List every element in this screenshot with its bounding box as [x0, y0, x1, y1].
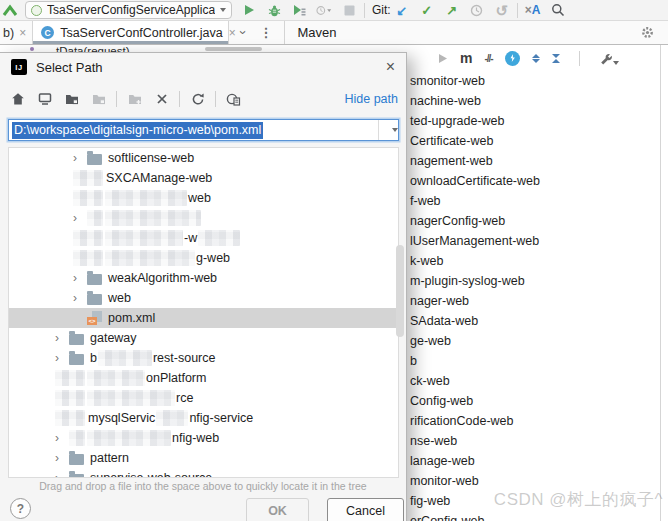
cancel-button[interactable]: Cancel: [327, 498, 404, 521]
home-icon[interactable]: [10, 92, 25, 107]
git-push-icon[interactable]: ↗: [444, 2, 460, 18]
hide-path-link[interactable]: Hide path: [344, 92, 398, 106]
tree-row[interactable]: ›: [9, 208, 398, 228]
gear-icon[interactable]: [640, 25, 655, 40]
tree-row[interactable]: ›brest-source: [9, 348, 398, 368]
tree-row[interactable]: ›nfig-web: [9, 428, 398, 448]
maven-module-item[interactable]: nagement-web: [407, 151, 660, 171]
tree-row[interactable]: g-web: [9, 248, 398, 268]
censored-icon: [69, 410, 85, 426]
maven-module-item[interactable]: b: [407, 351, 660, 371]
chevron-right-icon[interactable]: ›: [55, 330, 69, 346]
collapse-all-icon[interactable]: [552, 54, 560, 63]
chevron-right-icon[interactable]: ›: [73, 150, 87, 166]
tree-row[interactable]: ›supervise-web-source: [9, 468, 398, 478]
skip-tests-icon[interactable]: -//-: [484, 53, 492, 64]
ok-button[interactable]: OK: [246, 498, 309, 521]
translate-icon[interactable]: ×A: [525, 2, 541, 18]
maven-module-item[interactable]: Config-web: [407, 391, 660, 411]
path-input[interactable]: D:\workspace\digitalsign-micro-web\pom.x…: [8, 119, 399, 141]
maven-module-item[interactable]: ownloadCertificate-web: [407, 171, 660, 191]
tab-label: TsaServerConfController.java: [60, 26, 223, 40]
tree-row[interactable]: ›weakAlgorithm-web: [9, 268, 398, 288]
execute-maven-goal-icon[interactable]: m: [460, 51, 472, 65]
git-commit-icon[interactable]: ✓: [419, 2, 435, 18]
tree-row[interactable]: ›web: [9, 288, 398, 308]
tree-row[interactable]: -w: [9, 228, 398, 248]
close-icon[interactable]: ×: [19, 27, 26, 39]
build-caret-icon[interactable]: [2, 3, 18, 17]
rollback-icon[interactable]: ↺: [494, 2, 510, 18]
maven-module-item[interactable]: nachine-web: [407, 91, 660, 111]
maven-module-item[interactable]: lanage-web: [407, 451, 660, 471]
maven-toolbar: m -//-: [407, 45, 660, 71]
offline-mode-icon[interactable]: [505, 51, 520, 66]
censored-icon: [69, 430, 85, 446]
maven-module-item[interactable]: ck-web: [407, 371, 660, 391]
censored-icon: [69, 370, 85, 386]
maven-module-item[interactable]: SAdata-web: [407, 311, 660, 331]
maven-module-item[interactable]: nse-web: [407, 431, 660, 451]
maven-module-item[interactable]: k-web: [407, 251, 660, 271]
git-update-icon[interactable]: ↙: [394, 2, 410, 18]
run-maven-build-icon[interactable]: [437, 53, 448, 64]
watermark: CSDN @树上的疯子^: [494, 488, 663, 511]
chevron-right-icon[interactable]: ›: [55, 350, 69, 366]
maven-module-item[interactable]: f-web: [407, 191, 660, 211]
chevron-right-icon[interactable]: ›: [55, 470, 69, 478]
run-configuration-select[interactable]: TsaServerConfigServiceApplication: [25, 1, 232, 19]
tree-scrollbar-thumb[interactable]: [396, 245, 404, 337]
maven-module-item[interactable]: smonitor-web: [407, 71, 660, 91]
help-button[interactable]: ?: [10, 498, 31, 519]
chevron-right-icon[interactable]: ›: [73, 270, 87, 286]
chevron-right-icon[interactable]: ›: [73, 210, 87, 226]
tab-tsaserverconfcontroller[interactable]: C TsaServerConfController.java ×: [33, 21, 229, 44]
debug-button[interactable]: [266, 2, 282, 18]
maven-module-item[interactable]: nager-web: [407, 291, 660, 311]
close-icon[interactable]: ×: [229, 27, 236, 39]
delete-icon[interactable]: [154, 92, 169, 107]
project-folder-icon[interactable]: [64, 92, 79, 107]
path-dropdown-button[interactable]: [378, 120, 398, 140]
tree-item-label: web: [187, 191, 212, 205]
search-icon[interactable]: [550, 2, 566, 18]
tree-row[interactable]: onPlatform: [9, 368, 398, 388]
tree-row[interactable]: pom.xml: [9, 308, 398, 328]
chevron-down-icon[interactable]: ›: [236, 30, 251, 34]
maven-module-item[interactable]: lUserManagement-web: [407, 231, 660, 251]
maven-settings-wrench-icon[interactable]: [599, 52, 619, 65]
show-hidden-files-icon[interactable]: [226, 92, 241, 107]
chevron-right-icon[interactable]: ›: [73, 290, 87, 306]
maven-module-item[interactable]: ge-web: [407, 331, 660, 351]
tree-row[interactable]: ›pattern: [9, 448, 398, 468]
tab-partial[interactable]: b) ×: [0, 21, 33, 44]
refresh-icon[interactable]: [190, 92, 205, 107]
more-options-icon[interactable]: ⋮: [259, 25, 272, 40]
run-with-coverage-button[interactable]: [291, 2, 307, 18]
stop-button[interactable]: [341, 2, 357, 18]
dialog-titlebar[interactable]: IJ Select Path ×: [0, 53, 406, 81]
maven-module-item[interactable]: rificationCode-web: [407, 411, 660, 431]
close-icon[interactable]: ×: [386, 59, 395, 75]
expand-all-icon[interactable]: [532, 54, 540, 63]
chevron-right-icon[interactable]: ›: [55, 450, 69, 466]
profiler-button[interactable]: [316, 2, 332, 18]
chevron-right-icon: [55, 370, 69, 386]
maven-module-item[interactable]: nagerConfig-web: [407, 211, 660, 231]
tree-row[interactable]: rce: [9, 388, 398, 408]
maven-module-item[interactable]: Certificate-web: [407, 131, 660, 151]
maven-module-item[interactable]: ted-upgrade-web: [407, 111, 660, 131]
run-button[interactable]: [241, 2, 257, 18]
history-icon[interactable]: [469, 2, 485, 18]
tree-row[interactable]: SXCAManage-web: [9, 168, 398, 188]
tree-row[interactable]: mysqlServicnfig-service: [9, 408, 398, 428]
maven-module-item[interactable]: m-plugin-syslog-web: [407, 271, 660, 291]
editor-tab-bar: b) × C TsaServerConfController.java × › …: [0, 21, 668, 45]
maven-module-item[interactable]: erConfig-web: [407, 511, 660, 521]
tree-row[interactable]: web: [9, 188, 398, 208]
scrollbar-thumb[interactable]: [205, 47, 262, 51]
chevron-right-icon[interactable]: ›: [55, 430, 69, 446]
tree-row[interactable]: ›gateway: [9, 328, 398, 348]
desktop-icon[interactable]: [37, 92, 52, 107]
tree-row[interactable]: ›softlicense-web: [9, 148, 398, 168]
